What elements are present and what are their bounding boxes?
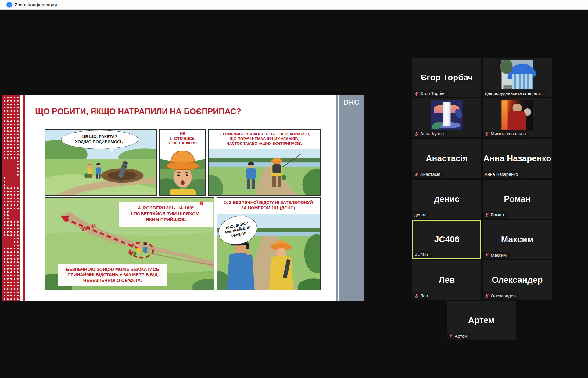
participant-label: Роман — [483, 211, 507, 219]
participant-label: Микита ковальов — [483, 130, 529, 137]
participant-label: Анастасія — [412, 171, 443, 178]
comic-panel-2: НІ! 1. ЗУПИНИСЬ! 2. НЕ ПАНІКУЙ! — [159, 129, 206, 196]
participant-label: Єгор Торбач — [412, 90, 449, 97]
panel3-caption: 3. ОЗИРНИСЬ НАВКОЛО СЕБЕ І ПЕРЕКОНАЙСЯ, … — [209, 130, 320, 151]
red-accent-line — [23, 95, 25, 301]
participant-tile[interactable]: Максим Максим — [483, 220, 552, 259]
participant-label: JC406 — [413, 251, 431, 258]
speech-bubble: ЦЕ ЩО, РАКЕТА? ХОДІМО ПОДИВИМОСЬ! — [61, 130, 138, 149]
mic-muted-icon — [485, 294, 489, 298]
panel5-caption: 5. З БЕЗПЕЧНОЇ ВІДСТАНІ ЗАТЕЛЕФОНУЙ ЗА Н… — [217, 198, 320, 216]
comic-panel-3: 3. ОЗИРНИСЬ НАВКОЛО СЕБЕ І ПЕРЕКОНАЙСЯ, … — [208, 129, 321, 196]
participant-label: Олександер — [483, 292, 519, 300]
participant-label: Артем — [447, 333, 471, 340]
participants-gallery: Єгор Торбач Єгор Торбач Дніпрорудненська… — [412, 58, 552, 340]
panel2-scene-illustration — [160, 148, 205, 195]
window-title: Zoom Конференция — [15, 2, 57, 7]
laser-pointer-dot — [199, 201, 204, 205]
participant-tile[interactable]: Єгор Торбач Єгор Торбач — [412, 58, 481, 97]
participant-label: Анна Кучер — [412, 130, 447, 137]
participant-label: денис — [412, 211, 429, 219]
participant-label: Лев — [412, 292, 431, 300]
panel4-safety-note: БЕЗПЕЧНОЮ ЗОНОЮ МОЖЕ ВВАЖАТИСЬ ПРИНАЙМНІ… — [58, 264, 167, 286]
window-title-bar[interactable]: zoom Zoom Конференция — [0, 0, 588, 10]
panel2-caption: НІ! 1. ЗУПИНИСЬ! 2. НЕ ПАНІКУЙ! — [160, 130, 205, 150]
mic-muted-icon — [485, 213, 489, 217]
participant-label: Дніпрорудненська спеціалі… — [483, 90, 547, 97]
mic-muted-icon — [485, 132, 489, 136]
comic-panel-1: ЦЕ ЩО, РАКЕТА? ХОДІМО ПОДИВИМОСЬ! — [45, 129, 157, 196]
participant-tile[interactable]: Анна Кучер — [412, 98, 481, 137]
participant-tile-active-speaker[interactable]: JC406 JC406 — [412, 220, 481, 259]
participant-label: Анна Назаренко — [483, 171, 521, 178]
participant-tile[interactable]: Микита ковальов — [483, 98, 552, 137]
participant-tile[interactable]: Анастасія Анастасія — [412, 139, 481, 178]
participant-avatar-school-building — [502, 60, 533, 89]
mic-muted-icon — [414, 172, 419, 177]
participant-tile[interactable]: Анна Назаренко Анна Назаренко — [483, 139, 552, 178]
mic-muted-icon — [485, 253, 489, 258]
comic-panel-4: 4. РОЗВЕРНИСЬ НА 180° І ПОВЕРТАЙСЯ ТИМ Ш… — [45, 197, 214, 290]
participant-tile[interactable]: Роман Роман — [483, 180, 552, 219]
shared-screen-slide[interactable]: DRC ЩО РОБИТИ, ЯКЩО НАТРАПИЛИ НА БОЄПРИП… — [2, 95, 364, 301]
slide-title: ЩО РОБИТИ, ЯКЩО НАТРАПИЛИ НА БОЄПРИПАС? — [35, 107, 241, 116]
participant-tile[interactable]: Дніпрорудненська спеціалі… — [483, 58, 552, 97]
participant-tile[interactable]: Олександер Олександер — [483, 260, 552, 300]
mic-muted-icon — [449, 334, 453, 339]
participant-tile[interactable]: Артем Артем — [447, 301, 516, 340]
gray-accent-line — [336, 95, 338, 301]
mic-muted-icon — [414, 132, 419, 136]
comic-panel-5: 5. З БЕЗПЕЧНОЇ ВІДСТАНІ ЗАТЕЛЕФОНУЙ ЗА Н… — [217, 197, 321, 290]
participant-avatar-boy-photo — [502, 100, 533, 130]
participant-tile[interactable]: денис денис — [412, 180, 481, 219]
mic-muted-icon — [414, 91, 419, 96]
mic-muted-icon — [414, 294, 419, 298]
drc-gray-strip: DRC — [339, 95, 364, 301]
zoom-app-icon: zoom — [6, 2, 12, 8]
drc-red-dot-pattern-strip — [2, 95, 20, 301]
zoom-icon-text: zoom — [7, 4, 12, 6]
panel4-caption: 4. РОЗВЕРНИСЬ НА 180° І ПОВЕРТАЙСЯ ТИМ Ш… — [119, 202, 213, 227]
participant-tile[interactable]: Лев Лев — [412, 260, 481, 300]
participant-avatar-waterfall-art — [431, 100, 463, 130]
participant-label: Максим — [483, 252, 510, 259]
panel3-scene-illustration — [209, 149, 320, 195]
drc-logo: DRC — [339, 98, 364, 107]
